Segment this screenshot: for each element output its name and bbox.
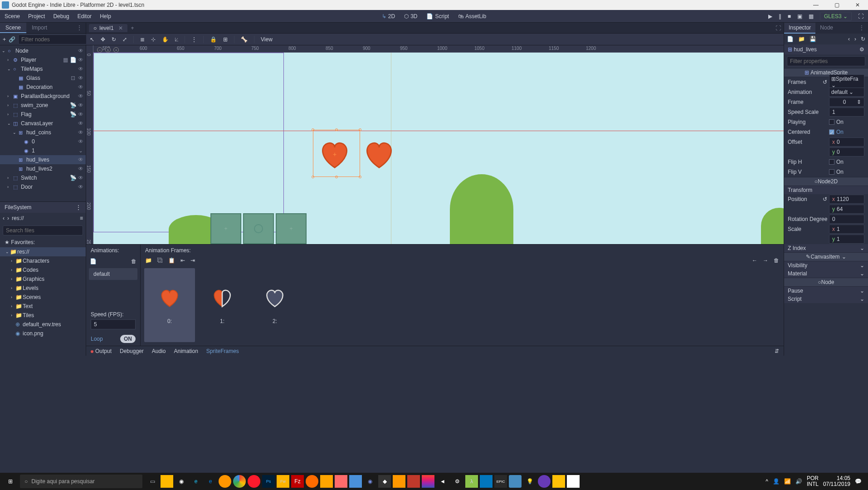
chrome-icon[interactable]: [233, 475, 246, 488]
fs-item[interactable]: ›📁Scenes: [0, 293, 86, 302]
fs-item[interactable]: ›📁Codes: [0, 265, 86, 274]
tab-inspector[interactable]: Inspector: [784, 23, 815, 34]
prop-frame-value[interactable]: 0⇕: [829, 98, 864, 107]
tree-item[interactable]: ⊞hud_lives2👁: [0, 164, 86, 173]
app-icon[interactable]: [422, 475, 434, 488]
app-icon[interactable]: ◄: [436, 475, 449, 488]
selection-handle[interactable]: [312, 128, 314, 131]
tree-item[interactable]: ›⚙Player▦📄👁: [0, 55, 86, 64]
fireworks-icon[interactable]: Fw: [277, 475, 289, 488]
app-icon[interactable]: ⚙: [451, 475, 463, 488]
frame-0[interactable]: 0:: [144, 268, 195, 342]
subsection-material[interactable]: Material⌄: [784, 270, 868, 278]
prop-rotation-value[interactable]: 0: [829, 215, 864, 224]
insert-after-button[interactable]: ⇥: [190, 257, 195, 264]
move-left-button[interactable]: ←: [752, 257, 757, 264]
tree-item[interactable]: ›⬚swim_zone📡👁: [0, 101, 86, 110]
tray-chevron[interactable]: ^: [766, 478, 768, 485]
tree-item[interactable]: ›⬚Door👁: [0, 182, 86, 191]
nav-forward-button[interactable]: ›: [7, 215, 9, 221]
reset-position[interactable]: ↺: [823, 196, 827, 202]
clock[interactable]: 14:05 07/11/2019: [823, 475, 850, 487]
fs-item[interactable]: ›📁Tiles: [0, 311, 86, 320]
scale-tool[interactable]: ⤢: [122, 36, 127, 43]
steam-icon[interactable]: ◉: [175, 475, 188, 488]
speed-fps-input[interactable]: [91, 319, 136, 329]
firefox-icon[interactable]: [219, 475, 231, 488]
expand-viewport-button[interactable]: ⛶: [775, 25, 781, 31]
loop-toggle[interactable]: ON: [120, 335, 136, 343]
move-right-button[interactable]: →: [763, 257, 768, 264]
new-resource-button[interactable]: 📄: [787, 36, 794, 42]
tree-item[interactable]: ›▣ParallaxBackground👁: [0, 92, 86, 101]
lock-button[interactable]: 🔒: [210, 36, 217, 43]
nav-back-button[interactable]: ‹: [3, 215, 5, 221]
prop-flipv-checkbox[interactable]: On: [829, 169, 864, 175]
canvas[interactable]: + + + −: [93, 53, 784, 244]
subsection-script[interactable]: Script⌄: [784, 295, 868, 303]
volume-icon[interactable]: 🔊: [795, 478, 802, 485]
tree-item[interactable]: ›⬚Flag📡👁: [0, 110, 86, 119]
section-canvasitem[interactable]: ✎ CanvasItem ⌄: [784, 252, 868, 261]
tree-item[interactable]: ⌄◫CanvasLayer👁: [0, 119, 86, 128]
rotate-tool[interactable]: ↻: [112, 36, 116, 43]
workspace-2d[interactable]: ↳ 2D: [382, 13, 395, 20]
app-icon[interactable]: [567, 475, 580, 488]
prop-centered-checkbox[interactable]: ✓On: [829, 129, 864, 135]
prop-animation-value[interactable]: default ⌄: [829, 88, 864, 97]
edge-icon[interactable]: e: [204, 475, 217, 488]
app-icon[interactable]: [349, 475, 362, 488]
workspace-assetlib[interactable]: 🛍 AssetLib: [458, 13, 486, 20]
fs-item[interactable]: ⌄📁res://: [0, 247, 86, 256]
app-icon[interactable]: 💡: [523, 475, 536, 488]
tree-item[interactable]: ▦Glass⊡👁: [0, 74, 86, 83]
selection-handle[interactable]: [335, 128, 338, 131]
reset-frames[interactable]: ↺: [823, 79, 827, 85]
stop-button[interactable]: ■: [788, 13, 791, 20]
app-icon[interactable]: [552, 475, 565, 488]
save-resource-button[interactable]: 💾: [809, 36, 816, 42]
fs-item[interactable]: ›📁Text: [0, 302, 86, 311]
history-forward-button[interactable]: ›: [854, 36, 856, 42]
add-node-button[interactable]: +: [3, 36, 6, 43]
search-files-input[interactable]: [3, 225, 83, 235]
prop-scale-y[interactable]: y1: [829, 235, 864, 244]
prop-offset-x[interactable]: x0: [829, 137, 864, 147]
tab-import[interactable]: Import: [26, 23, 53, 33]
paste-frame-button[interactable]: 📋: [168, 257, 175, 264]
play-custom-button[interactable]: ▦: [809, 13, 814, 20]
fs-item[interactable]: ›📁Characters: [0, 256, 86, 265]
ruler-tool[interactable]: ⟀: [175, 36, 178, 43]
load-resource-button[interactable]: 📁: [798, 36, 805, 42]
workspace-3d[interactable]: ⬡ 3D: [404, 13, 417, 20]
scene-panel-menu[interactable]: ⋮: [73, 23, 86, 33]
task-view-button[interactable]: ▭: [146, 475, 159, 488]
keyboard-layout[interactable]: INTL: [807, 481, 819, 487]
subsection-transform[interactable]: Transform: [784, 186, 868, 194]
viewport-2d[interactable]: 050100150200250 550600650700750800850900…: [86, 45, 784, 244]
scene-tree[interactable]: ⌄○Node👁›⚙Player▦📄👁⌄○TileMaps👁▦Glass⊡👁▦De…: [0, 45, 86, 201]
tree-item[interactable]: ⊞hud_lives👁: [0, 155, 86, 164]
app-icon[interactable]: ◆: [378, 475, 391, 488]
tab-debugger[interactable]: Debugger: [120, 348, 144, 354]
history-menu-button[interactable]: ↻: [861, 36, 865, 42]
tab-output[interactable]: Output: [91, 348, 112, 354]
prop-position-y[interactable]: y64: [829, 205, 864, 214]
view-mode-button[interactable]: ≡: [80, 215, 83, 221]
app-icon[interactable]: [335, 475, 347, 488]
prop-fliph-checkbox[interactable]: On: [829, 159, 864, 165]
delete-frame-button[interactable]: 🗑: [774, 257, 779, 264]
app-icon[interactable]: [407, 475, 420, 488]
close-button[interactable]: ✕: [847, 0, 868, 10]
sublime-icon[interactable]: [393, 475, 405, 488]
wifi-icon[interactable]: 📶: [784, 478, 791, 485]
prop-scale-x[interactable]: x1: [829, 225, 864, 234]
prop-speedscale-value[interactable]: 1: [829, 108, 864, 117]
filesystem-menu[interactable]: ⋮: [76, 204, 81, 211]
close-tab-button[interactable]: ✕: [118, 25, 123, 31]
file-explorer-icon[interactable]: [161, 475, 173, 488]
add-tab-button[interactable]: +: [131, 25, 134, 31]
maximize-button[interactable]: ▢: [826, 0, 847, 10]
tab-spriteframes[interactable]: SpriteFrames: [206, 348, 239, 354]
prop-offset-y[interactable]: y0: [829, 147, 864, 157]
